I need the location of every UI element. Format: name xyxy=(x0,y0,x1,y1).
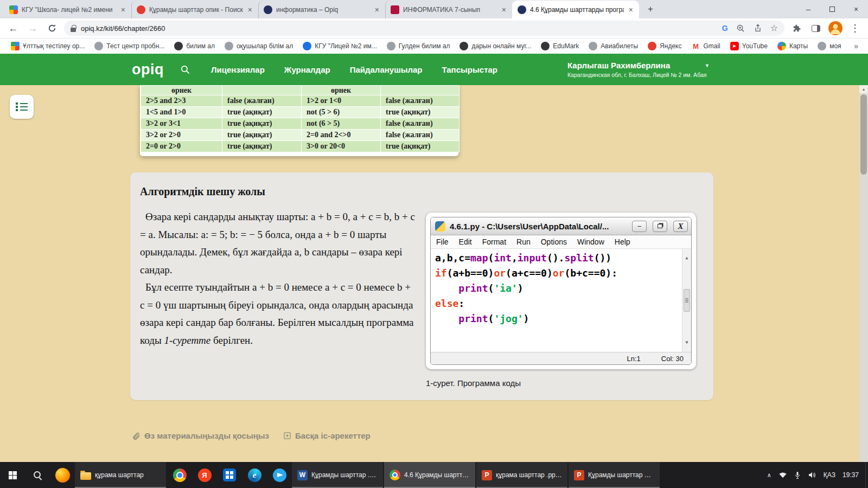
scroll-up-icon[interactable]: ▲ xyxy=(859,85,868,93)
wifi-icon[interactable] xyxy=(778,472,787,478)
idle-title-bar[interactable]: 4.6.1.py - C:\Users\User\AppData\Local/.… xyxy=(431,217,691,235)
bookmark-item[interactable]: YouTube xyxy=(726,41,772,52)
plus-box-icon xyxy=(283,432,291,440)
idle-minimize-button[interactable]: – xyxy=(632,221,647,232)
taskbar-chrome-button[interactable] xyxy=(167,462,192,488)
tab-close-icon[interactable]: × xyxy=(120,5,126,14)
browser-tab[interactable]: ИНФОРМАТИКА 7-сынып× xyxy=(385,1,512,18)
new-tab-button[interactable]: + xyxy=(643,2,658,16)
window-minimize-button[interactable]: – xyxy=(796,0,820,18)
forward-button[interactable]: → xyxy=(25,21,40,36)
bookmark-item[interactable]: Ұлттық тестілеу ор... xyxy=(7,41,89,52)
scroll-up-icon[interactable]: ▲ xyxy=(686,251,688,266)
browser-menu-button[interactable]: ⋮ xyxy=(847,21,863,36)
share-icon[interactable] xyxy=(754,24,762,33)
back-button[interactable]: ← xyxy=(5,21,21,36)
idle-maximize-button[interactable] xyxy=(653,221,667,232)
scrollbar-thumb[interactable] xyxy=(860,94,867,175)
taskbar-ppt-2-button[interactable]: Құрамды шарттар 7 ... xyxy=(569,462,660,488)
bookmark-label: Авиабилеты xyxy=(601,42,638,50)
code-token: ()) xyxy=(594,252,612,264)
tab-close-icon[interactable]: × xyxy=(247,5,253,14)
table-cell: 2>5 and 2>3 xyxy=(141,95,222,107)
figure-program-code: 4.6.1.py - C:\Users\User\AppData\Local/.… xyxy=(426,213,696,369)
nav-item-journals[interactable]: Журналдар xyxy=(284,65,330,74)
profile-avatar[interactable] xyxy=(828,21,843,36)
idle-menu-options[interactable]: Options xyxy=(541,237,567,246)
google-icon[interactable]: G xyxy=(722,24,728,33)
user-organization: Карагандинская обл, г. Балхаш, Лицей № 2… xyxy=(567,72,710,78)
bookmark-item[interactable]: билим ал xyxy=(170,41,219,52)
taskbar-start-button[interactable] xyxy=(0,462,25,488)
side-panel-button[interactable] xyxy=(808,21,824,36)
more-actions-button[interactable]: Басқа іс-әрекеттер xyxy=(283,431,371,440)
bookmark-item[interactable]: Яндекс xyxy=(643,41,686,52)
extensions-button[interactable] xyxy=(789,21,804,36)
table-cell: 3>0 or 20<0 xyxy=(302,141,381,152)
idle-menu-help[interactable]: Help xyxy=(615,237,630,246)
bookmark-item[interactable]: Гулден билим ал xyxy=(382,41,455,52)
idle-close-button[interactable]: X xyxy=(673,221,688,232)
window-close-button[interactable]: × xyxy=(844,0,868,18)
idle-code-area[interactable]: a,b,c=map(int,input().split())if(a+b==0)… xyxy=(431,249,691,352)
taskbar-yandex-button[interactable] xyxy=(192,462,217,488)
bookmark-item[interactable]: Gmail xyxy=(687,41,724,52)
taskbar-store-button[interactable] xyxy=(217,462,242,488)
bookmark-item[interactable]: Тест центр пробн... xyxy=(90,41,169,52)
bookmark-item[interactable]: дарын онлайн муг... xyxy=(455,41,535,52)
reload-button[interactable] xyxy=(44,21,60,36)
opiq-logo[interactable]: opiq xyxy=(132,61,164,78)
bookmark-star-icon[interactable]: ☆ xyxy=(770,24,778,33)
taskbar-word-doc-button[interactable]: Құрамды шарттар .d... xyxy=(292,462,383,488)
microphone-icon[interactable] xyxy=(794,471,801,479)
idle-menu-run[interactable]: Run xyxy=(516,237,531,246)
lock-icon[interactable] xyxy=(71,28,76,32)
bookmark-item[interactable]: Авиабилеты xyxy=(584,41,642,52)
browser-tab[interactable]: 4.6 Құрамды шарттарды програ× xyxy=(512,1,639,18)
taskbar-edge-button[interactable] xyxy=(242,462,267,488)
nav-item-users[interactable]: Пайдаланушылар xyxy=(350,65,423,74)
language-indicator[interactable]: ҚАЗ xyxy=(824,471,835,479)
bookmark-item[interactable]: моя xyxy=(813,41,845,52)
site-search-button[interactable] xyxy=(180,65,190,75)
taskbar-chrome-window-button[interactable]: 4.6 Құрамды шартта... xyxy=(384,462,475,488)
address-bar[interactable]: opiq.kz/kit/66/chapter/2660 G ☆ xyxy=(64,21,784,36)
taskbar-search-button[interactable] xyxy=(25,462,50,488)
browser-tab[interactable]: информатика – Opiq× xyxy=(258,1,385,18)
tab-close-icon[interactable]: × xyxy=(628,5,634,14)
scroll-down-icon[interactable]: ▼ xyxy=(686,335,688,350)
bookmarks-overflow-button[interactable]: » xyxy=(854,42,861,50)
toc-toggle-button[interactable] xyxy=(10,95,34,119)
bookmark-item[interactable]: КГУ "Лицей №2 им... xyxy=(298,41,381,52)
idle-menu-edit[interactable]: Edit xyxy=(459,237,472,246)
idle-menu-window[interactable]: Window xyxy=(577,237,604,246)
user-menu[interactable]: Карлыгаш Рахимберлина ▼ Карагандинская о… xyxy=(567,61,710,78)
clock[interactable]: 19:37 xyxy=(843,471,859,479)
tab-close-icon[interactable]: × xyxy=(374,5,380,14)
tray-expand-icon[interactable]: ∧ xyxy=(767,472,771,479)
nav-item-orders[interactable]: Тапсырыстар xyxy=(442,65,497,74)
browser-tab[interactable]: КГУ "Школа- лицей №2 имени× xyxy=(4,1,131,18)
url-text[interactable]: opiq.kz/kit/66/chapter/2660 xyxy=(81,24,717,33)
bookmark-item[interactable]: Карты xyxy=(773,41,812,52)
show-desktop-button[interactable] xyxy=(865,462,868,488)
tab-close-icon[interactable]: × xyxy=(501,5,507,14)
taskbar-ppt-1-button[interactable]: құрама шарттар .ppt... xyxy=(476,462,567,488)
zoom-icon[interactable] xyxy=(736,24,745,33)
idle-scrollbar[interactable]: ▲ ▼ xyxy=(682,249,691,352)
taskbar-telegram-button[interactable] xyxy=(267,462,292,488)
nav-item-licenses[interactable]: Лицензиялар xyxy=(211,65,265,74)
table-cell: false (жалған) xyxy=(381,130,459,141)
browser-tab[interactable]: Құрамды шарттар опик - Поиск× xyxy=(131,1,258,18)
add-material-button[interactable]: Өз материалыңызды қосыңыз xyxy=(132,431,269,440)
scrollbar-thumb[interactable] xyxy=(684,289,690,312)
taskbar-folder-kurama-sharttar-button[interactable]: құрама шарттар xyxy=(75,462,166,488)
bookmark-item[interactable]: EduMark xyxy=(537,41,583,52)
page-scrollbar[interactable]: ▲ xyxy=(859,85,868,462)
taskbar-firefox-button[interactable] xyxy=(50,462,75,488)
volume-icon[interactable] xyxy=(808,471,816,479)
idle-menu-file[interactable]: File xyxy=(436,237,449,246)
bookmark-item[interactable]: оқушылар білім ал xyxy=(220,41,297,52)
idle-menu-format[interactable]: Format xyxy=(482,237,506,246)
window-maximize-button[interactable] xyxy=(820,0,844,18)
